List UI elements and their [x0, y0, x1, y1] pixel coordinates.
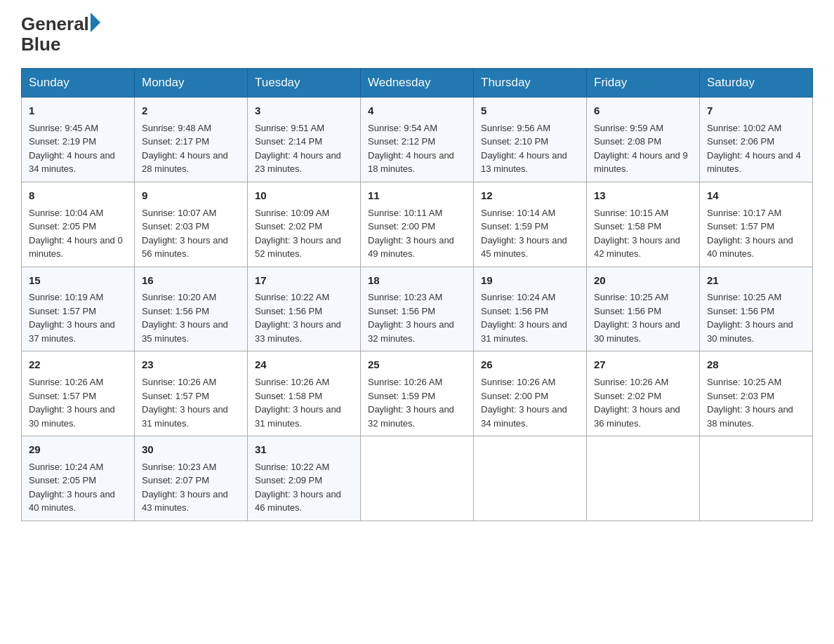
day-header-thursday: Thursday — [474, 69, 587, 98]
week-row-3: 15 Sunrise: 10:19 AM Sunset: 1:57 PM Day… — [22, 267, 813, 351]
day-info: Sunrise: 9:54 AM Sunset: 2:12 PM Dayligh… — [368, 121, 466, 176]
calendar-cell: 12 Sunrise: 10:14 AM Sunset: 1:59 PM Day… — [474, 182, 587, 267]
calendar-cell: 2 Sunrise: 9:48 AM Sunset: 2:17 PM Dayli… — [135, 98, 248, 182]
calendar-cell — [700, 436, 813, 521]
calendar-cell: 28 Sunrise: 10:25 AM Sunset: 2:03 PM Day… — [700, 351, 813, 436]
week-row-1: 1 Sunrise: 9:45 AM Sunset: 2:19 PM Dayli… — [22, 98, 813, 182]
day-number: 4 — [368, 103, 466, 119]
calendar-cell: 8 Sunrise: 10:04 AM Sunset: 2:05 PM Dayl… — [22, 182, 135, 267]
calendar-cell: 6 Sunrise: 9:59 AM Sunset: 2:08 PM Dayli… — [587, 98, 700, 182]
calendar-cell — [587, 436, 700, 521]
day-info: Sunrise: 10:23 AM Sunset: 1:56 PM Daylig… — [368, 290, 466, 345]
day-header-monday: Monday — [135, 69, 248, 98]
calendar-cell: 16 Sunrise: 10:20 AM Sunset: 1:56 PM Day… — [135, 267, 248, 351]
day-info: Sunrise: 10:25 AM Sunset: 2:03 PM Daylig… — [707, 375, 805, 430]
day-header-sunday: Sunday — [22, 69, 135, 98]
calendar-cell: 10 Sunrise: 10:09 AM Sunset: 2:02 PM Day… — [248, 182, 361, 267]
day-header-saturday: Saturday — [700, 69, 813, 98]
calendar-cell: 25 Sunrise: 10:26 AM Sunset: 1:59 PM Day… — [361, 351, 474, 436]
day-info: Sunrise: 9:48 AM Sunset: 2:17 PM Dayligh… — [142, 121, 240, 176]
calendar-cell: 4 Sunrise: 9:54 AM Sunset: 2:12 PM Dayli… — [361, 98, 474, 182]
calendar-cell: 31 Sunrise: 10:22 AM Sunset: 2:09 PM Day… — [248, 436, 361, 521]
calendar-cell: 23 Sunrise: 10:26 AM Sunset: 1:57 PM Day… — [135, 351, 248, 436]
calendar-cell: 1 Sunrise: 9:45 AM Sunset: 2:19 PM Dayli… — [22, 98, 135, 182]
day-info: Sunrise: 10:23 AM Sunset: 2:07 PM Daylig… — [142, 460, 240, 515]
day-number: 19 — [481, 273, 579, 288]
day-number: 1 — [29, 103, 127, 119]
day-info: Sunrise: 9:56 AM Sunset: 2:10 PM Dayligh… — [481, 121, 579, 176]
day-info: Sunrise: 10:26 AM Sunset: 2:00 PM Daylig… — [481, 375, 579, 430]
day-number: 30 — [142, 442, 240, 457]
calendar-cell: 19 Sunrise: 10:24 AM Sunset: 1:56 PM Day… — [474, 267, 587, 351]
logo-arrow-icon — [91, 13, 100, 32]
calendar-cell: 14 Sunrise: 10:17 AM Sunset: 1:57 PM Day… — [700, 182, 813, 267]
day-info: Sunrise: 10:07 AM Sunset: 2:03 PM Daylig… — [142, 206, 240, 261]
calendar-cell: 20 Sunrise: 10:25 AM Sunset: 1:56 PM Day… — [587, 267, 700, 351]
day-number: 9 — [142, 188, 240, 203]
day-info: Sunrise: 10:20 AM Sunset: 1:56 PM Daylig… — [142, 290, 240, 345]
day-number: 24 — [255, 357, 353, 373]
day-number: 17 — [255, 273, 353, 288]
day-info: Sunrise: 10:17 AM Sunset: 1:57 PM Daylig… — [707, 206, 805, 261]
day-info: Sunrise: 10:22 AM Sunset: 1:56 PM Daylig… — [255, 290, 353, 345]
calendar-cell: 21 Sunrise: 10:25 AM Sunset: 1:56 PM Day… — [700, 267, 813, 351]
calendar-cell: 13 Sunrise: 10:15 AM Sunset: 1:58 PM Day… — [587, 182, 700, 267]
calendar-cell — [361, 436, 474, 521]
day-info: Sunrise: 10:02 AM Sunset: 2:06 PM Daylig… — [707, 121, 805, 176]
logo-general: General — [21, 14, 89, 34]
day-number: 3 — [255, 103, 353, 119]
day-number: 31 — [255, 442, 353, 457]
calendar-cell: 15 Sunrise: 10:19 AM Sunset: 1:57 PM Day… — [22, 267, 135, 351]
day-info: Sunrise: 10:26 AM Sunset: 1:57 PM Daylig… — [29, 375, 127, 430]
day-number: 7 — [707, 103, 805, 119]
day-number: 13 — [594, 188, 692, 203]
day-info: Sunrise: 10:26 AM Sunset: 1:58 PM Daylig… — [255, 375, 353, 430]
day-number: 29 — [29, 442, 127, 457]
calendar-cell: 5 Sunrise: 9:56 AM Sunset: 2:10 PM Dayli… — [474, 98, 587, 182]
calendar-cell: 3 Sunrise: 9:51 AM Sunset: 2:14 PM Dayli… — [248, 98, 361, 182]
day-number: 5 — [481, 103, 579, 119]
calendar-cell: 30 Sunrise: 10:23 AM Sunset: 2:07 PM Day… — [135, 436, 248, 521]
calendar-cell: 24 Sunrise: 10:26 AM Sunset: 1:58 PM Day… — [248, 351, 361, 436]
day-number: 14 — [707, 188, 805, 203]
week-row-2: 8 Sunrise: 10:04 AM Sunset: 2:05 PM Dayl… — [22, 182, 813, 267]
calendar-cell: 26 Sunrise: 10:26 AM Sunset: 2:00 PM Day… — [474, 351, 587, 436]
day-info: Sunrise: 10:24 AM Sunset: 1:56 PM Daylig… — [481, 290, 579, 345]
calendar-cell: 7 Sunrise: 10:02 AM Sunset: 2:06 PM Dayl… — [700, 98, 813, 182]
day-info: Sunrise: 10:04 AM Sunset: 2:05 PM Daylig… — [29, 206, 127, 261]
day-info: Sunrise: 10:09 AM Sunset: 2:02 PM Daylig… — [255, 206, 353, 261]
logo: General Blue — [21, 14, 100, 54]
day-number: 28 — [707, 357, 805, 373]
day-number: 12 — [481, 188, 579, 203]
day-number: 15 — [29, 273, 127, 288]
week-row-4: 22 Sunrise: 10:26 AM Sunset: 1:57 PM Day… — [22, 351, 813, 436]
day-number: 18 — [368, 273, 466, 288]
calendar-cell: 18 Sunrise: 10:23 AM Sunset: 1:56 PM Day… — [361, 267, 474, 351]
calendar-cell: 22 Sunrise: 10:26 AM Sunset: 1:57 PM Day… — [22, 351, 135, 436]
day-header-friday: Friday — [587, 69, 700, 98]
day-info: Sunrise: 10:11 AM Sunset: 2:00 PM Daylig… — [368, 206, 466, 261]
calendar-cell: 17 Sunrise: 10:22 AM Sunset: 1:56 PM Day… — [248, 267, 361, 351]
day-info: Sunrise: 10:24 AM Sunset: 2:05 PM Daylig… — [29, 460, 127, 515]
logo-blue: Blue — [21, 34, 100, 55]
day-info: Sunrise: 10:22 AM Sunset: 2:09 PM Daylig… — [255, 460, 353, 515]
day-number: 23 — [142, 357, 240, 373]
day-number: 8 — [29, 188, 127, 203]
day-number: 10 — [255, 188, 353, 203]
day-number: 2 — [142, 103, 240, 119]
day-info: Sunrise: 10:26 AM Sunset: 1:57 PM Daylig… — [142, 375, 240, 430]
day-header-wednesday: Wednesday — [361, 69, 474, 98]
days-header-row: SundayMondayTuesdayWednesdayThursdayFrid… — [22, 69, 813, 98]
day-number: 6 — [594, 103, 692, 119]
day-info: Sunrise: 10:14 AM Sunset: 1:59 PM Daylig… — [481, 206, 579, 261]
day-number: 21 — [707, 273, 805, 288]
day-info: Sunrise: 10:26 AM Sunset: 1:59 PM Daylig… — [368, 375, 466, 430]
day-number: 20 — [594, 273, 692, 288]
day-number: 26 — [481, 357, 579, 373]
day-info: Sunrise: 10:19 AM Sunset: 1:57 PM Daylig… — [29, 290, 127, 345]
day-info: Sunrise: 10:25 AM Sunset: 1:56 PM Daylig… — [707, 290, 805, 345]
day-number: 25 — [368, 357, 466, 373]
calendar-cell: 29 Sunrise: 10:24 AM Sunset: 2:05 PM Day… — [22, 436, 135, 521]
week-row-5: 29 Sunrise: 10:24 AM Sunset: 2:05 PM Day… — [22, 436, 813, 521]
day-number: 27 — [594, 357, 692, 373]
